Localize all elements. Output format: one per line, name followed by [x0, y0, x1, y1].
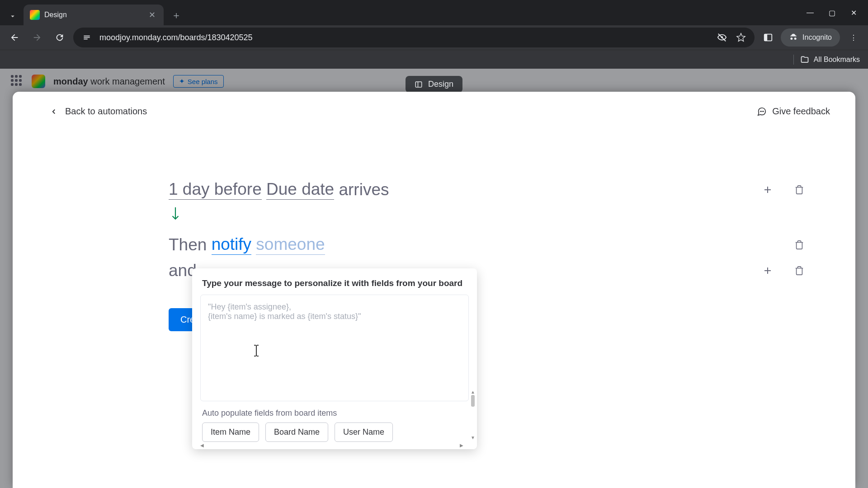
svg-rect-2	[415, 82, 422, 87]
nav-reload-button[interactable]	[51, 28, 69, 47]
flow-arrow-icon	[170, 206, 706, 224]
url-text: moodjoy.monday.com/boards/1830420525	[99, 33, 709, 42]
feedback-label: Give feedback	[772, 106, 830, 117]
popup-scrollbar-horizontal[interactable]: ◀▶	[200, 442, 463, 448]
window-close-button[interactable]: ✕	[849, 9, 858, 17]
divider	[793, 55, 794, 65]
text-cursor-icon	[253, 344, 260, 359]
tab-bar: Design ✕ ＋	[0, 0, 796, 25]
add-condition-button[interactable]	[761, 183, 774, 196]
trigger-date-field-dropdown[interactable]: Due date	[266, 180, 334, 200]
action-notify-row: Then notify someone	[169, 235, 706, 255]
window-minimize-button[interactable]: —	[806, 9, 815, 17]
browser-tab-active[interactable]: Design ✕	[24, 5, 164, 25]
action-verb-dropdown[interactable]: notify	[212, 235, 251, 255]
page-title-pill: Design	[406, 76, 462, 93]
new-tab-button[interactable]: ＋	[168, 7, 184, 23]
notify-message-popup: Type your message to personalize it with…	[192, 268, 477, 449]
delete-trigger-button[interactable]	[793, 183, 806, 196]
tab-close-button[interactable]: ✕	[146, 9, 157, 20]
nav-back-button[interactable]	[5, 28, 24, 47]
svg-rect-1	[764, 34, 767, 41]
action-prefix: Then	[169, 235, 207, 254]
notify-popup-title: Type your message to personalize it with…	[192, 277, 477, 295]
popup-scrollbar-vertical[interactable]: ▲ ▼	[470, 389, 476, 440]
chip-item-name[interactable]: Item Name	[202, 422, 259, 442]
all-bookmarks-button[interactable]: All Bookmarks	[800, 55, 860, 64]
side-panel-icon[interactable]	[763, 32, 774, 43]
notify-message-textarea[interactable]: "Hey {item's assignee}, {item's name} is…	[200, 295, 469, 401]
tab-title: Design	[44, 11, 142, 19]
svg-point-5	[762, 111, 762, 111]
nav-forward-button[interactable]	[28, 28, 46, 47]
incognito-label: Incognito	[802, 33, 832, 42]
notify-placeholder: "Hey {item's assignee}, {item's name} is…	[208, 302, 461, 321]
site-settings-icon[interactable]	[81, 32, 92, 43]
autopop-label: Auto populate fields from board items	[192, 401, 477, 422]
svg-point-4	[760, 111, 761, 111]
delete-action-button[interactable]	[793, 239, 806, 251]
browser-menu-button[interactable]: ⋮	[844, 28, 863, 47]
back-label: Back to automations	[65, 106, 147, 117]
all-bookmarks-label: All Bookmarks	[814, 56, 860, 64]
trigger-row: 1 day before Due date arrives	[169, 180, 706, 200]
action-target-dropdown[interactable]: someone	[256, 235, 325, 255]
delete-and-action-button[interactable]	[793, 264, 806, 277]
bookmarks-bar: All Bookmarks	[0, 50, 868, 69]
bookmark-star-icon[interactable]	[736, 32, 746, 43]
give-feedback-link[interactable]: Give feedback	[757, 106, 830, 117]
back-to-automations-link[interactable]: Back to automations	[50, 106, 147, 117]
add-action-button[interactable]	[761, 264, 774, 277]
chip-user-name[interactable]: User Name	[335, 422, 393, 442]
url-bar[interactable]: moodjoy.monday.com/boards/1830420525	[73, 28, 755, 47]
browser-toolbar: moodjoy.monday.com/boards/1830420525 Inc…	[0, 25, 868, 50]
modal-header: Back to automations Give feedback	[13, 92, 855, 117]
window-controls: — ▢ ✕	[796, 9, 868, 17]
window-maximize-button[interactable]: ▢	[827, 9, 836, 17]
page-pill-label: Design	[428, 80, 453, 89]
trigger-time-dropdown[interactable]: 1 day before	[169, 180, 262, 200]
browser-tab-strip: Design ✕ ＋ — ▢ ✕	[0, 0, 868, 25]
svg-point-6	[763, 111, 764, 111]
chip-board-name[interactable]: Board Name	[265, 422, 328, 442]
monday-favicon-icon	[30, 10, 40, 20]
trigger-suffix: arrives	[339, 180, 389, 199]
search-tabs-button[interactable]	[4, 7, 22, 25]
incognito-chip[interactable]: Incognito	[781, 28, 840, 47]
eye-off-icon[interactable]	[717, 32, 727, 43]
